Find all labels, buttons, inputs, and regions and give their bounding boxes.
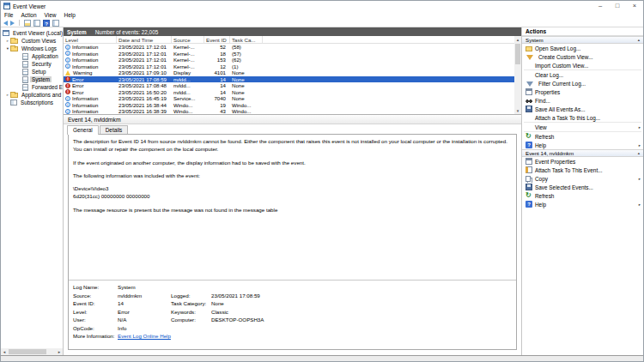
- event-row[interactable]: !Error23/05/2021 16:50:20nvldd...14None: [64, 89, 514, 96]
- action-properties[interactable]: Properties: [522, 87, 643, 96]
- action-attach-a-task-to-this-log[interactable]: Attach a Task To this Log...: [522, 113, 643, 122]
- error-icon: !: [65, 83, 70, 88]
- scroll-up-icon[interactable]: [514, 36, 521, 43]
- help-icon[interactable]: [43, 20, 50, 27]
- actions-section-system[interactable]: System▴: [522, 36, 643, 44]
- tree-item-application[interactable]: Application: [1, 52, 63, 60]
- scroll-down-icon[interactable]: [514, 107, 521, 114]
- action-save-selected-events[interactable]: Save Selected Events...: [522, 183, 643, 191]
- actions-section-event-14-nvlddmkm[interactable]: Event 14, nvlddmkm▴: [522, 149, 643, 157]
- online-help-link[interactable]: Event Log Online Help: [118, 333, 171, 339]
- field-label: Task Category:: [171, 300, 211, 306]
- tab-general[interactable]: General: [67, 125, 99, 135]
- task-cell: None: [230, 89, 263, 95]
- event-row[interactable]: iInformation23/05/2021 16:45:19Service..…: [64, 95, 514, 102]
- action-clear-log[interactable]: Clear Log...: [522, 70, 643, 79]
- action-help[interactable]: Help▸: [522, 200, 643, 208]
- submenu-arrow-icon: ▸: [639, 202, 641, 207]
- minimize-button[interactable]: –: [592, 1, 609, 11]
- column-header-task-ca[interactable]: Task Ca...: [230, 36, 263, 43]
- event-list-area: LevelDate and TimeSourceEvent IDTask Ca.…: [64, 36, 521, 115]
- column-header-level[interactable]: Level: [64, 36, 117, 43]
- task-cell: None: [230, 95, 263, 101]
- description-paragraph: The description for Event ID 14 from sou…: [73, 137, 512, 154]
- field-value: System: [118, 284, 171, 290]
- tab-details[interactable]: Details: [100, 125, 129, 134]
- event-row[interactable]: iInformation23/05/2021 17:12:01Kernel-..…: [64, 57, 514, 63]
- action-attach-task-to-this-event[interactable]: Attach Task To This Event...: [522, 166, 643, 174]
- action-view[interactable]: View▸: [522, 123, 643, 131]
- scrollbar-thumb[interactable]: [9, 349, 46, 354]
- menu-view[interactable]: View: [45, 12, 57, 18]
- action-pane-icon[interactable]: [52, 20, 59, 27]
- show-console-tree-icon[interactable]: [24, 20, 31, 27]
- action-create-custom-view[interactable]: Create Custom View...: [522, 52, 643, 61]
- scroll-left-icon[interactable]: [1, 348, 8, 355]
- column-header-event-id[interactable]: Event ID: [204, 36, 230, 43]
- event-row[interactable]: iInformation23/05/2021 17:12:01Kernel-..…: [64, 44, 514, 51]
- event-row[interactable]: iInformation23/05/2021 17:12:01Kernel-..…: [64, 51, 514, 57]
- tree-item-subscriptions[interactable]: Subscriptions: [1, 99, 63, 106]
- action-filter-current-log[interactable]: Filter Current Log...: [522, 79, 643, 87]
- field-row: Event ID:14Task Category:None: [73, 299, 512, 308]
- scrollbar-track[interactable]: [8, 348, 56, 355]
- event-row[interactable]: !Error23/05/2021 17:08:59nvldd...14None: [64, 76, 514, 83]
- event-id-cell: 43: [204, 108, 230, 114]
- event-description: The description for Event ID 14 from sou…: [69, 135, 516, 281]
- field-label: Computer:: [171, 317, 211, 323]
- scrollbar-track[interactable]: [514, 43, 521, 107]
- action-refresh[interactable]: Refresh: [522, 191, 643, 200]
- list-vertical-scrollbar[interactable]: [514, 36, 521, 114]
- back-icon[interactable]: [3, 21, 8, 26]
- level-label: Error: [72, 76, 84, 82]
- tree-horizontal-scrollbar[interactable]: [1, 348, 63, 355]
- action-find[interactable]: Find...: [522, 96, 643, 105]
- field-label: User:: [73, 317, 118, 323]
- description-paragraph: \Device\Video3 6d20(31cc) 00000000 00000…: [73, 184, 512, 201]
- scrollbar-thumb[interactable]: [515, 44, 520, 64]
- event-row[interactable]: Warning23/05/2021 17:09:10Display4101Non…: [64, 69, 514, 76]
- maximize-button[interactable]: □: [609, 1, 626, 11]
- app-icon: [3, 3, 10, 9]
- scroll-right-icon[interactable]: [56, 348, 63, 355]
- tree-item-applications-and-services-lo[interactable]: ▸Applications and Services Lo: [1, 91, 63, 99]
- tree-item-custom-views[interactable]: ▸Custom Views: [1, 37, 63, 45]
- tree-root[interactable]: Event Viewer (Local): [1, 29, 63, 37]
- close-button[interactable]: ×: [626, 1, 643, 11]
- action-copy[interactable]: Copy▸: [522, 174, 643, 183]
- field-row: User:N/AComputer:DESKTOP-OOPSH3A: [73, 316, 512, 324]
- action-event-properties[interactable]: Event Properties: [522, 157, 643, 166]
- field-value: 14: [118, 300, 171, 306]
- tree-item-system[interactable]: System: [1, 75, 63, 83]
- action-import-custom-view[interactable]: Import Custom View...: [522, 61, 643, 69]
- menu-file[interactable]: File: [4, 12, 13, 18]
- event-row[interactable]: !Error23/05/2021 17:08:48nvldd...14None: [64, 82, 514, 89]
- submenu-arrow-icon: ▸: [639, 125, 641, 130]
- main-area: Event Viewer (Local)▸Custom Views▾Window…: [1, 27, 643, 355]
- window-title: Event Viewer: [13, 3, 46, 9]
- menu-action[interactable]: Action: [21, 12, 36, 18]
- field-row: Level:ErrorKeywords:Classic: [73, 308, 512, 317]
- log-icon: [22, 76, 28, 83]
- action-refresh[interactable]: Refresh: [522, 132, 643, 141]
- tree-item-forwarded-events[interactable]: Forwarded Events: [1, 83, 63, 91]
- action-help[interactable]: Help▸: [522, 141, 643, 149]
- task-cell: None: [230, 82, 263, 88]
- action-open-saved-log[interactable]: Open Saved Log...: [522, 44, 643, 52]
- tree: Event Viewer (Local)▸Custom Views▾Window…: [1, 29, 63, 106]
- menu-help[interactable]: Help: [64, 12, 76, 18]
- action-label: Save Selected Events...: [535, 184, 593, 190]
- show-hide-pane-icon[interactable]: [33, 20, 40, 27]
- event-row[interactable]: iInformation23/05/2021 16:38:39Windo...4…: [64, 108, 514, 115]
- action-save-all-events-as[interactable]: Save All Events As...: [522, 105, 643, 113]
- tree-item-windows-logs[interactable]: ▾Windows Logs: [1, 45, 63, 52]
- column-header-source[interactable]: Source: [172, 36, 204, 43]
- event-row[interactable]: iInformation23/05/2021 16:38:44Windo...1…: [64, 102, 514, 109]
- tree-item-setup[interactable]: Setup: [1, 68, 63, 75]
- column-header-date-and-time[interactable]: Date and Time: [117, 36, 172, 43]
- tree-item-security[interactable]: Security: [1, 60, 63, 68]
- actions-title: Actions: [522, 27, 643, 36]
- forward-icon[interactable]: [10, 21, 15, 26]
- detail-tabs: GeneralDetails: [64, 124, 521, 134]
- event-row[interactable]: iInformation23/05/2021 17:12:01Kernel-..…: [64, 63, 514, 70]
